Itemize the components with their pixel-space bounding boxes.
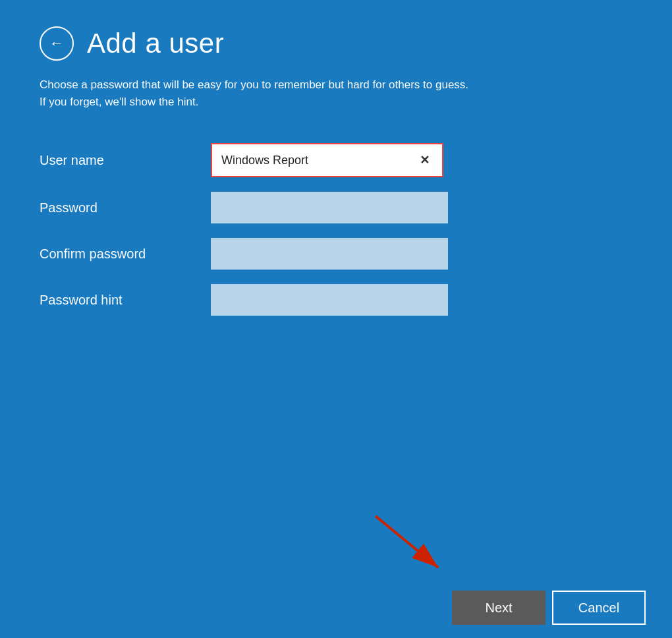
next-button[interactable]: Next (452, 591, 546, 625)
confirm-password-row: Confirm password (40, 238, 632, 270)
clear-username-button[interactable]: ✕ (406, 144, 442, 176)
page-title: Add a user (87, 28, 224, 59)
form-section: User name ✕ Password Confirm password Pa… (40, 143, 632, 330)
confirm-password-input[interactable] (211, 238, 448, 270)
subtitle: Choose a password that will be easy for … (40, 76, 600, 110)
page-container: ← Add a user Choose a password that will… (0, 0, 672, 638)
username-row: User name ✕ (40, 143, 632, 177)
subtitle-line2: If you forget, we'll show the hint. (40, 96, 198, 108)
username-label: User name (40, 153, 211, 168)
subtitle-line1: Choose a password that will be easy for … (40, 78, 468, 91)
password-hint-input[interactable] (211, 284, 448, 316)
clear-icon: ✕ (420, 153, 430, 167)
cancel-button[interactable]: Cancel (552, 591, 646, 625)
password-hint-label: Password hint (40, 293, 211, 308)
confirm-password-label: Confirm password (40, 246, 211, 262)
bottom-bar: Next Cancel (0, 577, 672, 638)
password-row: Password (40, 192, 632, 223)
back-button[interactable]: ← (40, 26, 74, 61)
username-input-wrapper: ✕ (211, 143, 443, 177)
back-arrow-icon: ← (49, 36, 64, 51)
password-hint-row: Password hint (40, 284, 632, 316)
password-label: Password (40, 200, 211, 216)
password-input[interactable] (211, 192, 448, 223)
header: ← Add a user (40, 26, 632, 61)
username-input[interactable] (212, 144, 406, 176)
